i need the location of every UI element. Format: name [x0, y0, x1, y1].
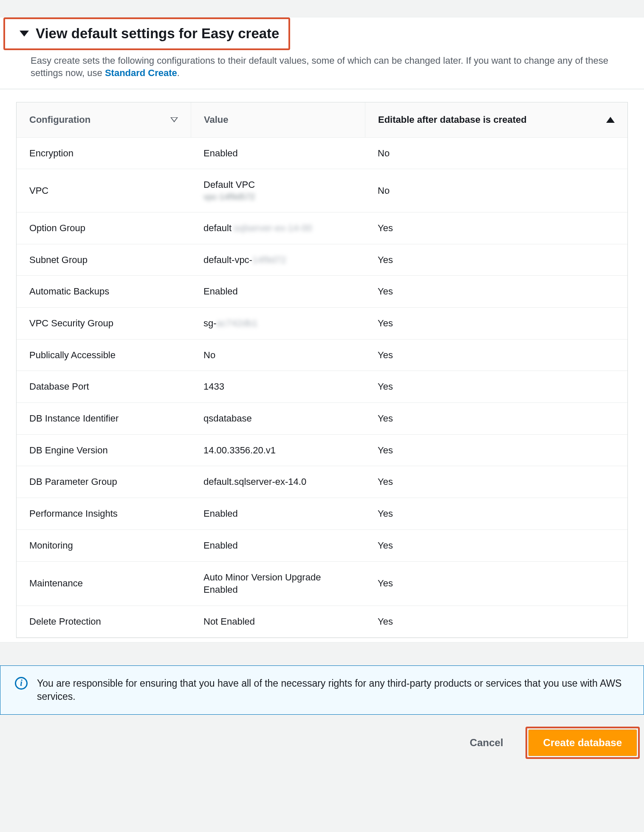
section-description: Easy create sets the following configura…	[0, 53, 644, 89]
cell-configuration: Automatic Backups	[17, 276, 191, 307]
cell-value: default:sqlserver-ex-14-00	[191, 212, 365, 244]
cell-value: 14.00.3356.20.v1	[191, 435, 365, 466]
cell-configuration: Option Group	[17, 212, 191, 244]
cell-editable: Yes	[365, 308, 627, 339]
cell-value: Auto Minor Version Upgrade Enabled	[191, 562, 365, 606]
expand-default-settings-toggle[interactable]: View default settings for Easy create	[3, 17, 290, 50]
sort-asc-icon	[606, 117, 615, 123]
cell-editable: Yes	[365, 606, 627, 637]
cell-editable: Yes	[365, 403, 627, 434]
info-message: You are responsible for ensuring that yo…	[37, 677, 629, 703]
cell-configuration: Publically Accessible	[17, 340, 191, 371]
cancel-button[interactable]: Cancel	[457, 729, 516, 756]
cell-configuration: VPC Security Group	[17, 308, 191, 339]
table-row: Performance InsightsEnabledYes	[17, 498, 627, 530]
cell-value: Default VPCvpc-14f9d572	[191, 169, 365, 212]
cell-configuration: Database Port	[17, 371, 191, 402]
cell-configuration: Delete Protection	[17, 606, 191, 637]
cell-configuration: Monitoring	[17, 530, 191, 561]
table-row: MonitoringEnabledYes	[17, 530, 627, 562]
col-value-label: Value	[204, 113, 228, 126]
cell-configuration: Maintenance	[17, 568, 191, 599]
cell-configuration: Performance Insights	[17, 498, 191, 529]
cell-editable: Yes	[365, 276, 627, 307]
divider	[0, 89, 644, 89]
cell-editable: Yes	[365, 371, 627, 402]
cell-configuration: DB Engine Version	[17, 435, 191, 466]
cell-editable: No	[365, 138, 627, 169]
create-database-highlight: Create database	[525, 727, 640, 759]
cell-value: default.sqlserver-ex-14.0	[191, 466, 365, 498]
cell-editable: Yes	[365, 244, 627, 276]
cell-value: sg-ac742db1	[191, 308, 365, 339]
col-value[interactable]: Value	[191, 102, 365, 137]
cell-configuration: Subnet Group	[17, 244, 191, 276]
table-row: VPCDefault VPCvpc-14f9d572No	[17, 169, 627, 212]
col-editable[interactable]: Editable after database is created	[365, 102, 627, 137]
cell-configuration: DB Instance Identifier	[17, 403, 191, 434]
footer: Cancel Create database	[0, 715, 644, 776]
table-header: Configuration Value Editable after datab…	[17, 102, 627, 138]
table-row: Database Port1433Yes	[17, 371, 627, 403]
cell-value: Enabled	[191, 530, 365, 561]
cell-editable: Yes	[365, 340, 627, 371]
table-row: Option Groupdefault:sqlserver-ex-14-00Ye…	[17, 212, 627, 244]
cell-value: default-vpc-14f9d72	[191, 244, 365, 276]
cell-configuration: Encryption	[17, 138, 191, 169]
info-icon: i	[15, 677, 28, 690]
cell-editable: Yes	[365, 435, 627, 466]
table-row: Automatic BackupsEnabledYes	[17, 276, 627, 308]
create-database-button[interactable]: Create database	[528, 730, 637, 756]
cell-value: Enabled	[191, 276, 365, 307]
cell-value: Enabled	[191, 498, 365, 529]
cell-configuration: DB Parameter Group	[17, 466, 191, 498]
table-row: MaintenanceAuto Minor Version Upgrade En…	[17, 562, 627, 606]
table-row: Subnet Groupdefault-vpc-14f9d72Yes	[17, 244, 627, 276]
table-row: VPC Security Groupsg-ac742db1Yes	[17, 308, 627, 340]
section-title: View default settings for Easy create	[36, 19, 288, 48]
table-row: Publically AccessibleNoYes	[17, 340, 627, 371]
cell-editable: Yes	[365, 498, 627, 529]
caret-down-icon	[20, 31, 29, 37]
col-configuration-label: Configuration	[29, 113, 90, 126]
table-row: DB Parameter Groupdefault.sqlserver-ex-1…	[17, 466, 627, 498]
cell-value: Enabled	[191, 138, 365, 169]
cell-editable: Yes	[365, 568, 627, 599]
cell-editable: Yes	[365, 466, 627, 498]
cell-editable: No	[365, 175, 627, 207]
cell-value: No	[191, 340, 365, 371]
cell-editable: Yes	[365, 212, 627, 244]
cell-editable: Yes	[365, 530, 627, 561]
standard-create-link[interactable]: Standard Create	[105, 68, 177, 78]
settings-table: Configuration Value Editable after datab…	[16, 102, 628, 638]
cell-configuration: VPC	[17, 175, 191, 207]
cell-value: qsdatabase	[191, 403, 365, 434]
cell-value: Not Enabled	[191, 606, 365, 637]
table-row: DB Engine Version14.00.3356.20.v1Yes	[17, 435, 627, 467]
col-configuration[interactable]: Configuration	[17, 102, 191, 137]
sort-desc-icon	[170, 117, 178, 122]
col-editable-label: Editable after database is created	[378, 113, 527, 126]
table-row: EncryptionEnabledNo	[17, 138, 627, 170]
info-banner: i You are responsible for ensuring that …	[0, 665, 644, 715]
table-row: DB Instance IdentifierqsdatabaseYes	[17, 403, 627, 435]
cell-value: 1433	[191, 371, 365, 402]
table-row: Delete ProtectionNot EnabledYes	[17, 606, 627, 637]
